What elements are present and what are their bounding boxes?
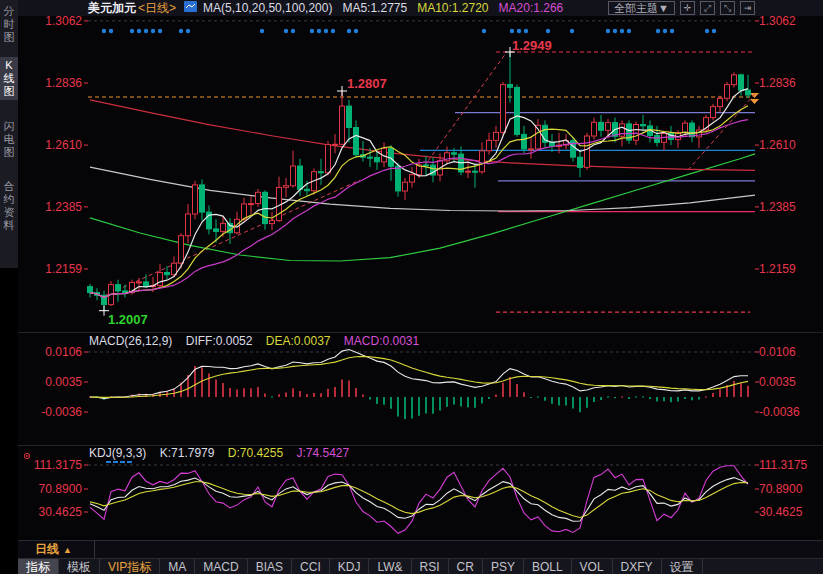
toolbar-item-LW&[interactable]: LW& <box>369 559 411 574</box>
expand-triangle-icon: ▲ <box>63 545 72 555</box>
sidebar-item-flash-chart[interactable]: 闪电图 <box>0 118 18 161</box>
ma10-value: MA10:1.2720 <box>417 1 488 15</box>
period-tag[interactable]: <日线> <box>138 0 176 17</box>
kdj-axis-label-left: 111.3175 <box>18 458 82 472</box>
theme-dropdown-button[interactable]: 全部主题▼ <box>608 1 675 15</box>
price-axis-label-right: 1.3062 <box>759 14 796 28</box>
annotation-low-1-2007: 1.2007 <box>108 312 148 327</box>
toolbar-item-VOL[interactable]: VOL <box>572 559 613 574</box>
shift-right-icon[interactable]: ⇥ <box>740 1 755 15</box>
macd-axis-label-right: 0.0035 <box>759 375 796 389</box>
price-axis-label-left: 1.2836 <box>18 76 82 90</box>
period-selector[interactable]: 日线▲ <box>18 541 95 558</box>
toolbar-item-CR[interactable]: CR <box>449 559 483 574</box>
toolbar-item-PSY[interactable]: PSY <box>483 559 524 574</box>
toolbar-item-CCI[interactable]: CCI <box>292 559 330 574</box>
sidebar-item-kline-chart[interactable]: K线图 <box>0 57 18 100</box>
macd-axis-label-left: 0.0106 <box>18 345 82 359</box>
kdj-axis-label-left: 30.4625 <box>18 505 82 519</box>
zoom-horizontal-icon[interactable]: ⤢ <box>700 1 715 15</box>
indicator-toolbar: 指标模板VIP指标MAMACDBIASCCIKDJLW&RSICRPSYBOLL… <box>18 558 823 574</box>
ma-params-label: MA(5,10,20,50,100,200) <box>203 1 332 15</box>
kdj-axis-label-right: 70.8900 <box>759 482 802 496</box>
kdj-title: KDJ(9,3,3) <box>89 446 146 460</box>
kdj-axis-label-left: 70.8900 <box>18 482 82 496</box>
annotation-high-1-2949: 1.2949 <box>512 38 552 53</box>
macd-axis-label-right: 0.0106 <box>759 345 796 359</box>
price-axis-label-right: 1.2159 <box>759 262 796 276</box>
price-axis-label-right: 1.2836 <box>759 76 796 90</box>
macd-title: MACD(26,12,9) <box>89 334 172 348</box>
price-axis-label-right: 1.2385 <box>759 200 796 214</box>
date-axis-row: 日线▲ <box>18 540 823 559</box>
kdj-header: KDJ(9,3,3) K:71.7979 D:70.4255 J:74.5427 <box>89 446 349 460</box>
chart-application: 1.30621.28361.26101.23851.21591.30621.28… <box>0 0 823 574</box>
sidebar-item-contract-info[interactable]: 合约资料 <box>0 178 18 234</box>
price-axis-label-right: 1.2610 <box>759 138 796 152</box>
toolbar-item-DXFY[interactable]: DXFY <box>613 559 662 574</box>
price-axis-label-left: 1.2610 <box>18 138 82 152</box>
toolbar-item-指标[interactable]: 指标 <box>18 559 59 574</box>
toolbar-item-KDJ[interactable]: KDJ <box>330 559 370 574</box>
kdj-axis-label-right: 111.3175 <box>759 458 807 472</box>
ma20-value: MA20:1.266 <box>499 1 564 15</box>
kline-chart-icon <box>184 1 197 15</box>
price-axis-label-left: 1.2385 <box>18 200 82 214</box>
price-axis-label-left: 1.3062 <box>18 14 82 28</box>
symbol-name: 美元加元 <box>88 0 136 17</box>
toolbar-item-设置[interactable]: 设置 <box>662 559 703 574</box>
macd-dea-value: DEA:0.0037 <box>266 334 331 348</box>
chart-canvas[interactable] <box>0 0 823 574</box>
sidebar-item-time-chart[interactable]: 分时图 <box>0 3 18 46</box>
macd-axis-label-right: -0.0036 <box>759 405 800 419</box>
kdj-axis-label-right: 30.4625 <box>759 505 802 519</box>
macd-axis-label-left: 0.0035 <box>18 375 82 389</box>
toolbar-item-模板[interactable]: 模板 <box>59 559 100 574</box>
toolbar-item-MA[interactable]: MA <box>160 559 195 574</box>
price-axis-label-left: 1.2159 <box>18 262 82 276</box>
kdj-j-value: J:74.5427 <box>297 446 350 460</box>
toolbar-item-RSI[interactable]: RSI <box>412 559 449 574</box>
zoom-vertical-icon[interactable]: ⤡ <box>720 1 735 15</box>
ma5-value: MA5:1.2775 <box>342 1 407 15</box>
kdj-d-value: D:70.4255 <box>228 446 283 460</box>
macd-diff-value: DIFF:0.0052 <box>186 334 253 348</box>
top-bar: 美元加元 <日线> MA(5,10,20,50,100,200) MA5:1.2… <box>18 0 823 16</box>
kdj-k-value: K:71.7979 <box>160 446 215 460</box>
toolbar-item-BIAS[interactable]: BIAS <box>248 559 292 574</box>
toolbar-item-BOLL[interactable]: BOLL <box>524 559 572 574</box>
macd-axis-label-left: -0.0036 <box>18 405 82 419</box>
toolbar-item-MACD[interactable]: MACD <box>195 559 247 574</box>
pan-icon[interactable]: ✛ <box>680 1 695 15</box>
macd-macd-value: MACD:0.0031 <box>344 334 419 348</box>
annotation-high-1-2807: 1.2807 <box>347 76 387 91</box>
toolbar-item-VIP指标[interactable]: VIP指标 <box>100 559 160 574</box>
left-sidebar: 分时图 K线图 闪电图 合约资料 <box>0 0 18 574</box>
macd-header: MACD(26,12,9) DIFF:0.0052 DEA:0.0037 MAC… <box>89 334 419 348</box>
